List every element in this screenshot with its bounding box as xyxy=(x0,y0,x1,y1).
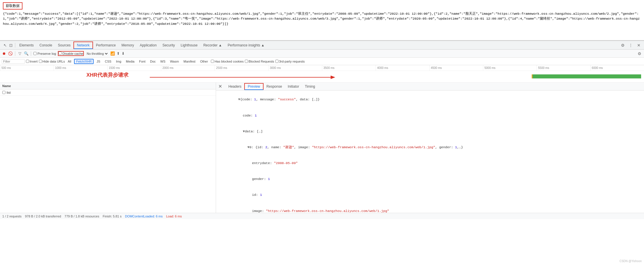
wifi-icon: 📶 xyxy=(110,51,115,56)
expand-root[interactable]: ▼ xyxy=(238,97,240,101)
tab-response[interactable]: Response xyxy=(264,84,285,89)
filter-other[interactable]: Other xyxy=(198,59,210,64)
tick-6000: 6000 ms xyxy=(590,65,644,71)
throttle-select[interactable]: No throttling Fast 3G Slow 3G Offline xyxy=(86,52,109,56)
filter-css[interactable]: CSS xyxy=(103,59,113,64)
tab-lighthouse[interactable]: Lighthouse xyxy=(178,42,200,48)
tab-preview[interactable]: Preview xyxy=(244,83,264,90)
preview-line-3[interactable]: ▼0: {id: 2, name: "谢逊", image: "https://… xyxy=(218,140,642,155)
preview-line-7: image: "https://web-framework.oss-cn-han… xyxy=(218,203,642,213)
tick-5500: 5500 ms xyxy=(537,65,590,71)
close-preview-button[interactable]: ✕ xyxy=(217,84,223,89)
hide-data-urls-label[interactable]: Hide data URLs xyxy=(39,60,65,63)
filter-wasm[interactable]: Wasm xyxy=(168,59,181,64)
third-party-text: 3rd-party requests xyxy=(279,60,305,63)
record-button[interactable]: ⏺ xyxy=(2,51,6,56)
invert-label[interactable]: Invert xyxy=(26,60,38,63)
tab-performance-insights[interactable]: Performance insights ▲ xyxy=(225,42,268,48)
toolbar-settings-icon[interactable]: ⚙ xyxy=(637,51,642,57)
tab-initiator[interactable]: Initiator xyxy=(285,84,302,89)
network-main: Name list ✕ Headers Preview Response Ini… xyxy=(0,82,644,213)
requests-count: 1 / 2 requests xyxy=(2,215,22,218)
tab-network[interactable]: Network xyxy=(73,42,93,49)
tab-sources[interactable]: Sources xyxy=(55,42,73,48)
tab-memory[interactable]: Memory xyxy=(119,42,137,48)
tick-4500: 4500 ms xyxy=(429,65,483,71)
upload-icon: ⬆ xyxy=(117,51,120,56)
preview-line-0[interactable]: ▼{code: 1, message: "success", data: […]… xyxy=(218,92,642,108)
filter-icon[interactable]: ▽ xyxy=(18,51,22,56)
preserve-log-checkbox[interactable] xyxy=(33,52,37,55)
preserve-log-label[interactable]: Preserve log xyxy=(33,52,56,55)
timeline-bar-area: XHR代表异步请求 xyxy=(0,71,644,82)
tick-1500: 1500 ms xyxy=(107,65,161,71)
filter-media[interactable]: Media xyxy=(124,59,136,64)
disable-cache-label[interactable]: Disable cache xyxy=(58,51,84,56)
request-list-panel: Name list xyxy=(0,82,216,213)
clear-button[interactable]: 🚫 xyxy=(8,51,13,56)
cursor-icon[interactable]: ↖ xyxy=(2,42,8,48)
load-time[interactable]: Load: 6 ms xyxy=(166,215,182,218)
expand-item-0[interactable]: ▼ xyxy=(247,145,249,149)
devtools-panel: ↖ ⊡ Elements Console Sources Network Per… xyxy=(0,40,644,219)
disable-cache-checkbox[interactable] xyxy=(58,52,62,55)
tab-console[interactable]: Console xyxy=(37,42,55,48)
has-blocked-checkbox[interactable] xyxy=(211,60,214,63)
tick-5000: 5000 ms xyxy=(483,65,537,71)
blocked-requests-checkbox[interactable] xyxy=(245,60,248,63)
network-bar xyxy=(532,74,641,78)
filter-js[interactable]: JS xyxy=(95,59,102,64)
name-column-header: Name xyxy=(2,84,213,88)
third-party-label[interactable]: 3rd-party requests xyxy=(275,60,305,63)
blocked-requests-text: Blocked Requests xyxy=(249,60,274,63)
preview-line-4: entrydate: "2008-05-09" xyxy=(218,155,642,171)
tab-security[interactable]: Security xyxy=(160,42,178,48)
filter-font[interactable]: Font xyxy=(137,59,147,64)
invert-checkbox[interactable] xyxy=(26,60,29,63)
tab-timing[interactable]: Timing xyxy=(302,84,318,89)
expand-data[interactable]: ▼ xyxy=(243,129,245,133)
request-row[interactable]: list xyxy=(0,89,216,96)
devtools-tab-bar: ↖ ⊡ Elements Console Sources Network Per… xyxy=(0,41,644,50)
preview-line-6: id: 1 xyxy=(218,187,642,203)
preview-line-1: code: 1 xyxy=(218,108,642,123)
has-blocked-text: Has blocked cookies xyxy=(215,60,244,63)
request-checkbox[interactable] xyxy=(2,91,5,94)
filter-input[interactable] xyxy=(2,59,25,64)
resources-size: 779 B / 1.8 kB resources xyxy=(65,215,99,218)
settings-icon[interactable]: ⚙ xyxy=(620,42,626,48)
tab-recorder[interactable]: Recorder ▲ xyxy=(200,42,225,48)
preview-panel: ✕ Headers Preview Response Initiator Tim… xyxy=(216,82,644,213)
download-icon: ⬇ xyxy=(122,51,125,56)
tick-500: 500 ms xyxy=(0,65,54,71)
preview-line-2[interactable]: ▼data: […] xyxy=(218,123,642,139)
tab-performance[interactable]: Performance xyxy=(93,42,119,48)
filter-ws[interactable]: WS xyxy=(159,59,167,64)
hide-data-urls-checkbox[interactable] xyxy=(39,60,42,63)
timeline-ruler: 500 ms 1000 ms 1500 ms 2000 ms 2500 ms 3… xyxy=(0,65,644,71)
third-party-checkbox[interactable] xyxy=(275,60,279,63)
close-devtools-icon[interactable]: ✕ xyxy=(636,42,642,48)
search-icon[interactable]: 🔍 xyxy=(24,51,29,56)
filter-doc[interactable]: Doc xyxy=(148,59,158,64)
tab-headers[interactable]: Headers xyxy=(226,84,244,89)
tick-2000: 2000 ms xyxy=(161,65,215,71)
fetch-button[interactable]: 获取数据 xyxy=(3,2,22,10)
has-blocked-label[interactable]: Has blocked cookies xyxy=(211,60,244,63)
filter-all[interactable]: All xyxy=(66,59,73,64)
filter-manifest[interactable]: Manifest xyxy=(182,59,197,64)
tab-application[interactable]: Application xyxy=(137,42,160,48)
tab-elements[interactable]: Elements xyxy=(16,42,37,48)
preserve-log-text: Preserve log xyxy=(37,52,56,55)
dom-content-loaded[interactable]: DOMContentLoaded: 6 ms xyxy=(125,215,163,218)
blocked-requests-label[interactable]: Blocked Requests xyxy=(245,60,274,63)
responsive-icon[interactable]: ⊡ xyxy=(8,42,14,48)
status-bar: 1 / 2 requests 978 B / 2.0 kB transferre… xyxy=(0,213,644,219)
more-icon[interactable]: ⋮ xyxy=(628,42,634,48)
disable-cache-text: Disable cache xyxy=(62,52,83,55)
separator-1 xyxy=(15,51,15,56)
devtools-right-controls: ⚙ ⋮ ✕ xyxy=(620,42,642,48)
network-toolbar: ⏺ 🚫 ▽ 🔍 Preserve log Disable cache No th… xyxy=(0,50,644,58)
filter-img[interactable]: Img xyxy=(114,59,123,64)
filter-fetch-xhr[interactable]: Fetch/XHR xyxy=(74,59,94,64)
